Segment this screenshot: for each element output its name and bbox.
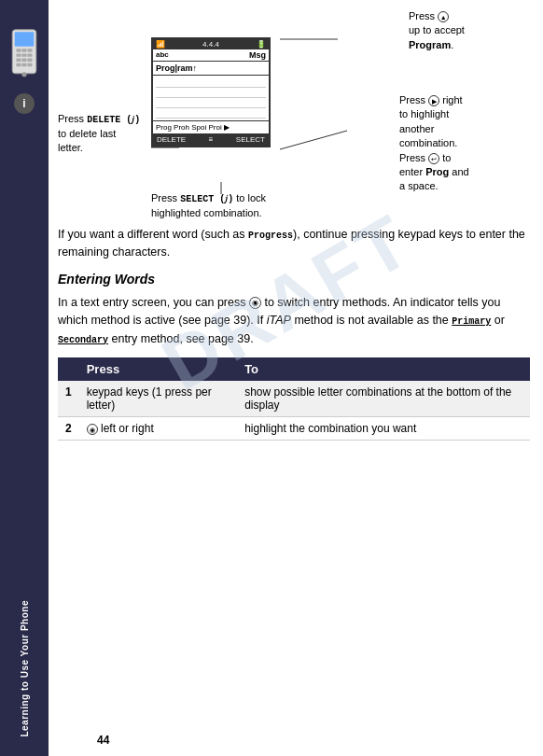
- screen-line-3: [156, 98, 266, 108]
- svg-rect-12: [21, 63, 26, 66]
- screen-battery-info: 4.4.4: [202, 40, 219, 49]
- screen-menu-icon: ≡: [209, 135, 214, 144]
- table-row: 1 keypad keys (1 press per letter) show …: [58, 381, 530, 417]
- phone-icon: [7, 28, 41, 84]
- table-header-press: Press: [79, 357, 237, 381]
- svg-rect-13: [27, 63, 32, 66]
- row-1-num: 1: [58, 381, 79, 417]
- body-bold-progress: Progress: [248, 231, 293, 241]
- callout-right-line5: Press ↩ to: [399, 151, 530, 165]
- callout-delete-text: Press DELETE (𝑗)to delete lastletter.: [58, 113, 140, 153]
- nav-back-icon: ↩: [428, 153, 439, 164]
- row-2-to: highlight the combination you want: [237, 416, 530, 440]
- callout-up-line1: Press ▲: [409, 9, 530, 23]
- callout-right-line7: a space.: [399, 179, 530, 193]
- screen-status-bar: 📶 4.4.4 🔋: [153, 39, 269, 49]
- svg-rect-7: [27, 53, 32, 56]
- callout-select-text: Press SELECT (𝑗) to lockhighlighted comb…: [151, 192, 266, 218]
- callout-delete: Press DELETE (𝑗)to delete lastletter.: [58, 112, 156, 156]
- screen-box: 📶 4.4.4 🔋 abc Msg Prog|ram↑: [151, 37, 271, 147]
- callout-up-line2: up to accept: [409, 23, 530, 37]
- table-header-num: [58, 357, 79, 381]
- screen-line-2: [156, 88, 266, 98]
- instruction-table: Press To 1 keypad keys (1 press per lett…: [58, 357, 530, 441]
- svg-rect-11: [16, 63, 21, 66]
- row-1-to: show possible letter combinations at the…: [237, 381, 530, 417]
- svg-rect-2: [16, 49, 21, 51]
- screen-msg: Msg: [249, 50, 266, 60]
- table-header-row: Press To: [58, 357, 530, 381]
- sidebar-label: Learning to Use Your Phone: [20, 600, 30, 737]
- svg-rect-9: [21, 59, 26, 62]
- callout-right-line1: Press ▶ right: [399, 93, 530, 107]
- main-content: Press DELETE (𝑗)to delete lastletter. 📶 …: [49, 0, 543, 756]
- nav-lr-icon: ◉: [87, 424, 98, 435]
- table-body: 1 keypad keys (1 press per letter) show …: [58, 381, 530, 441]
- screen-input: Prog|ram↑: [153, 62, 269, 76]
- callout-right-line2: to highlight: [399, 107, 530, 121]
- nav-up-icon: ▲: [438, 11, 449, 22]
- secondary-label: Secondary: [58, 335, 108, 345]
- page-number: 44: [97, 734, 109, 747]
- svg-rect-6: [21, 53, 26, 56]
- screen-signal: 📶: [156, 40, 165, 49]
- callout-up-accept: Press ▲ up to accept Program.: [409, 9, 530, 52]
- body-text-1a: If you want a different word (such as: [58, 228, 248, 241]
- body-text-2a: In a text entry screen, you can press: [58, 296, 249, 309]
- screen-line-1: [156, 77, 266, 88]
- info-badge: i: [14, 93, 35, 114]
- phone-screen: 📶 4.4.4 🔋 abc Msg Prog|ram↑: [151, 37, 272, 147]
- row-1-press: keypad keys (1 press per letter): [79, 381, 237, 417]
- screen-mode: 🔋: [257, 40, 266, 49]
- svg-rect-4: [27, 49, 32, 51]
- svg-rect-10: [27, 59, 32, 62]
- svg-point-14: [21, 72, 26, 77]
- row-2-press: ◉ left or right: [79, 416, 237, 440]
- sidebar: i Learning to Use Your Phone: [0, 0, 49, 756]
- nav-right-icon: ▶: [428, 95, 439, 106]
- row-2-num: 2: [58, 416, 79, 440]
- svg-rect-1: [15, 32, 35, 46]
- section-heading: Entering Words: [58, 272, 530, 287]
- callout-right-line6: enter Prog and: [399, 165, 530, 179]
- screen-line-4: [156, 108, 266, 119]
- nav-switch-icon: ◉: [249, 297, 261, 309]
- diagram-section: Press DELETE (𝑗)to delete lastletter. 📶 …: [58, 9, 530, 215]
- body-text-2e: entry method, see page 39.: [108, 332, 254, 345]
- body-text-2c: method is not available as the: [291, 314, 452, 327]
- screen-empty-lines: [153, 76, 269, 120]
- screen-abc-header: abc Msg: [153, 49, 269, 62]
- body-paragraph-1: If you want a different word (such as Pr…: [58, 226, 530, 262]
- table-header: Press To: [58, 357, 530, 381]
- screen-bottom-bar: DELETE ≡ SELECT: [153, 133, 269, 146]
- primary-label: Primary: [452, 316, 491, 327]
- callout-right-line4: combination.: [399, 136, 530, 150]
- svg-rect-8: [16, 59, 21, 62]
- table-row: 2 ◉ left or right highlight the combinat…: [58, 416, 530, 440]
- screen-delete-label: DELETE: [157, 135, 186, 144]
- screen-input-text: Prog|ram↑: [156, 63, 197, 73]
- callout-up-bold: Program.: [409, 38, 530, 52]
- body-text-2d: or: [491, 314, 505, 327]
- screen-abc: abc: [156, 50, 169, 60]
- svg-rect-3: [21, 49, 26, 51]
- screen-select-label: SELECT: [236, 135, 265, 144]
- table-header-to: To: [237, 357, 530, 381]
- body-paragraph-2: In a text entry screen, you can press ◉ …: [58, 294, 530, 348]
- svg-rect-5: [16, 53, 21, 56]
- callout-right-highlight: Press ▶ right to highlight another combi…: [399, 93, 530, 194]
- svg-line-16: [280, 131, 347, 149]
- screen-combo-text: Prog Proh Spoi Proi ▶: [156, 123, 230, 132]
- callout-select: Press SELECT (𝑗) to lockhighlighted comb…: [151, 191, 300, 220]
- screen-combo-row: Prog Proh Spoi Proi ▶: [153, 120, 269, 133]
- callout-right-line3: another: [399, 122, 530, 136]
- itap-label: iTAP: [267, 314, 291, 327]
